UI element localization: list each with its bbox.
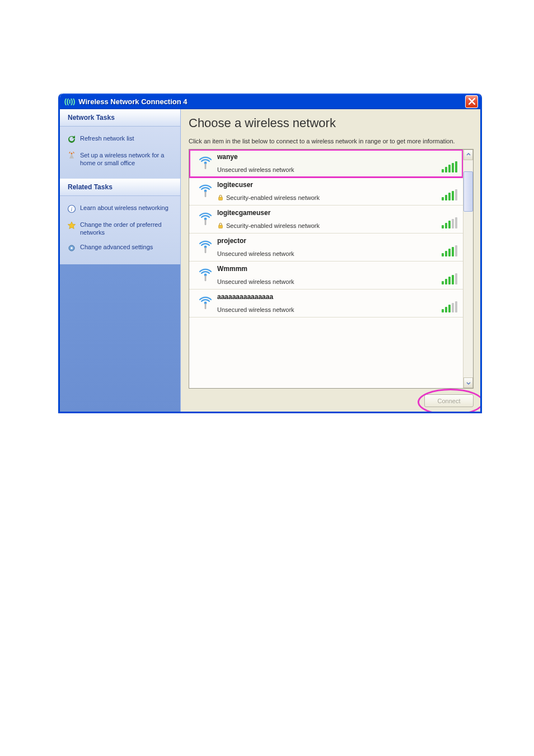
task-label: Learn about wireless networking bbox=[80, 204, 168, 212]
network-list[interactable]: wanyeUnsecured wireless networklogitecus… bbox=[189, 150, 463, 388]
chevron-up-icon bbox=[466, 152, 471, 157]
signal-bars-icon bbox=[442, 273, 457, 284]
svg-rect-18 bbox=[205, 304, 207, 309]
network-status: Unsecured wireless network bbox=[217, 306, 458, 313]
network-status: Unsecured wireless network bbox=[217, 278, 458, 285]
scroll-thumb[interactable] bbox=[463, 171, 473, 212]
panel-related-tasks: Related Tasks i Learn about wireless net… bbox=[60, 179, 180, 265]
network-list-container: wanyeUnsecured wireless networklogitecus… bbox=[189, 149, 474, 389]
network-status: Security-enabled wireless network bbox=[217, 222, 458, 229]
wireless-icon bbox=[194, 293, 217, 311]
network-status: Security-enabled wireless network bbox=[217, 194, 458, 201]
gear-icon bbox=[67, 243, 77, 253]
star-icon bbox=[67, 221, 77, 231]
scroll-up-button[interactable] bbox=[463, 150, 473, 160]
svg-point-0 bbox=[71, 152, 72, 154]
signal-bars-icon bbox=[442, 245, 457, 256]
task-refresh-network-list[interactable]: Refresh network list bbox=[65, 131, 175, 148]
page-title: Choose a wireless network bbox=[189, 116, 474, 130]
network-name: Wmmmm bbox=[217, 265, 458, 273]
wireless-icon bbox=[194, 209, 217, 227]
close-button[interactable] bbox=[465, 95, 478, 108]
network-item[interactable]: projectorUnsecured wireless network bbox=[189, 234, 463, 262]
network-name: aaaaaaaaaaaaaaa bbox=[217, 293, 458, 301]
network-name: projector bbox=[217, 237, 458, 245]
sidebar: Network Tasks Refresh network list Set u… bbox=[60, 109, 181, 412]
connect-button[interactable]: Connect bbox=[424, 394, 474, 407]
panel-heading: Network Tasks bbox=[60, 109, 180, 127]
svg-rect-12 bbox=[219, 225, 223, 228]
network-status: Unsecured wireless network bbox=[217, 250, 458, 257]
signal-bars-icon bbox=[442, 301, 457, 312]
refresh-icon bbox=[67, 134, 77, 144]
network-item[interactable]: logitecuser Security-enabled wireless ne… bbox=[189, 178, 463, 206]
network-status: Unsecured wireless network bbox=[217, 166, 458, 173]
task-label: Change advanced settings bbox=[80, 243, 153, 251]
wireless-icon bbox=[194, 153, 217, 171]
network-name: wanye bbox=[217, 153, 458, 161]
task-label: Refresh network list bbox=[80, 134, 134, 142]
close-icon bbox=[469, 98, 475, 105]
window-title: Wireless Network Connection 4 bbox=[78, 97, 465, 106]
task-label: Set up a wireless network for a home or … bbox=[80, 151, 174, 167]
network-item[interactable]: logitecgameuser Security-enabled wireles… bbox=[189, 206, 463, 234]
svg-rect-6 bbox=[205, 164, 207, 169]
wireless-icon bbox=[194, 181, 217, 199]
panel-heading: Related Tasks bbox=[60, 179, 180, 196]
wireless-window: ((ı)) Wireless Network Connection 4 Netw… bbox=[58, 94, 482, 413]
svg-rect-9 bbox=[219, 197, 223, 200]
instructions: Click an item in the list below to conne… bbox=[189, 137, 457, 146]
signal-bars-icon bbox=[442, 161, 457, 172]
wireless-icon bbox=[194, 237, 217, 255]
svg-rect-11 bbox=[205, 220, 207, 225]
svg-rect-14 bbox=[205, 248, 207, 253]
titlebar[interactable]: ((ı)) Wireless Network Connection 4 bbox=[60, 94, 480, 109]
network-item[interactable]: wanyeUnsecured wireless network bbox=[189, 150, 463, 178]
svg-rect-8 bbox=[205, 192, 207, 197]
network-item[interactable]: WmmmmUnsecured wireless network bbox=[189, 262, 463, 290]
main-panel: Choose a wireless network Click an item … bbox=[181, 109, 480, 412]
signal-bars-icon bbox=[442, 217, 457, 228]
task-setup-wireless[interactable]: Set up a wireless network for a home or … bbox=[65, 148, 175, 171]
wireless-icon bbox=[194, 265, 217, 283]
task-advanced-settings[interactable]: Change advanced settings bbox=[65, 240, 175, 256]
panel-network-tasks: Network Tasks Refresh network list Set u… bbox=[60, 109, 180, 179]
antenna-icon bbox=[67, 151, 77, 161]
network-name: logitecgameuser bbox=[217, 209, 458, 217]
network-name: logitecuser bbox=[217, 181, 458, 189]
svg-rect-16 bbox=[205, 276, 207, 281]
task-change-order[interactable]: Change the order of preferred networks bbox=[65, 217, 175, 240]
footer: Connect bbox=[189, 389, 474, 407]
chevron-down-icon bbox=[466, 381, 471, 385]
signal-bars-icon bbox=[442, 189, 457, 200]
scroll-track[interactable] bbox=[463, 160, 473, 377]
info-icon: i bbox=[67, 204, 77, 214]
svg-text:i: i bbox=[71, 206, 73, 212]
wireless-icon: ((ı)) bbox=[64, 97, 75, 105]
task-label: Change the order of preferred networks bbox=[80, 221, 174, 237]
scrollbar[interactable] bbox=[463, 150, 473, 388]
scroll-down-button[interactable] bbox=[463, 377, 473, 388]
task-learn-wireless[interactable]: i Learn about wireless networking bbox=[65, 200, 175, 217]
svg-point-4 bbox=[71, 247, 73, 249]
network-item[interactable]: aaaaaaaaaaaaaaaUnsecured wireless networ… bbox=[189, 290, 463, 318]
